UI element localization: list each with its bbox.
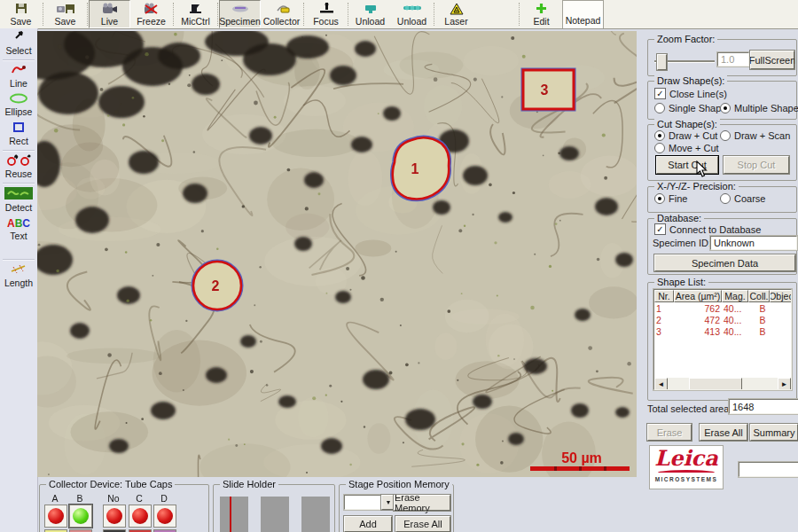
checkbox-checked-icon: ✓ — [654, 223, 666, 235]
col-coll[interactable]: Coll. — [748, 290, 770, 302]
toolbar-separator — [434, 3, 434, 26]
toolbar-separator — [43, 3, 43, 26]
specimen-id-label: Specimen ID: — [653, 238, 711, 248]
cut-shape-2[interactable]: 2 — [193, 262, 241, 309]
zoom-value-field[interactable]: 1.0 — [717, 52, 749, 66]
close-lines-checkbox[interactable]: ✓ Close Line(s) — [654, 88, 727, 99]
cap-b-button[interactable] — [69, 505, 92, 528]
specimen-data-button[interactable]: Specimen Data — [654, 254, 795, 271]
slide-1[interactable] — [220, 497, 248, 532]
specimen-button[interactable]: Specimen — [219, 0, 261, 28]
freehand-line-icon — [11, 64, 27, 77]
line-tool[interactable]: Line — [0, 62, 37, 91]
select-tool[interactable]: Select — [0, 28, 37, 59]
cut-shape-1[interactable]: 1 — [393, 137, 450, 199]
checkbox-checked-icon: ✓ — [654, 88, 666, 99]
multiple-shapes-radio[interactable]: Multiple Shapes — [720, 103, 798, 113]
erase-button[interactable]: Erase — [647, 424, 692, 441]
unload-specimen-button[interactable]: Unload — [349, 0, 391, 28]
save-button[interactable]: Save — [0, 0, 42, 28]
add-button[interactable]: Add — [344, 516, 392, 532]
detect-icon — [4, 187, 33, 201]
rect-tool[interactable]: Rect — [0, 120, 37, 149]
collector-button[interactable]: Collector — [261, 0, 302, 28]
erase-memory-button[interactable]: Erase Memory — [394, 495, 450, 511]
specimen-id-field[interactable]: Unknown — [710, 236, 797, 250]
draw-cut-radio[interactable]: Draw + Cut — [654, 130, 717, 141]
length-tool[interactable]: Length — [0, 262, 37, 291]
radio-selected-icon — [654, 193, 665, 204]
live-button[interactable]: Live — [89, 0, 130, 28]
unload-collector-button[interactable]: Unload — [391, 0, 433, 28]
stop-cut-button[interactable]: Stop Cut — [724, 156, 789, 174]
red-cap-icon — [157, 508, 173, 524]
scroll-left-arrow-icon[interactable]: ◄ — [654, 378, 668, 390]
status-field — [739, 462, 798, 477]
memory-dropdown[interactable]: ▼ — [344, 495, 395, 510]
cap-d-button[interactable] — [153, 505, 176, 528]
leica-subtitle: MICROSYSTEMS — [650, 476, 723, 482]
cap-a-button[interactable] — [44, 505, 67, 528]
slide-2[interactable] — [261, 497, 289, 532]
collector-title: Collector Device: Tube Caps — [46, 479, 175, 489]
shape-row-3[interactable]: 3 413 40... B 0 — [654, 325, 791, 337]
laser-button[interactable]: Laser — [435, 0, 477, 28]
microscope-view[interactable]: 1 2 3 50 µm — [37, 31, 637, 477]
toolbar-separator — [303, 3, 304, 26]
mouse-cursor — [694, 160, 708, 178]
col-objects[interactable]: Objects — [770, 290, 792, 302]
single-shape-radio[interactable]: Single Shape — [654, 103, 726, 113]
fine-radio[interactable]: Fine — [654, 193, 687, 204]
floppy-icon — [15, 2, 27, 15]
edit-button[interactable]: Edit — [520, 0, 562, 28]
shape-list-hscrollbar[interactable]: ◄ ► — [654, 378, 791, 389]
slot-label-c: C — [126, 493, 153, 504]
reuse-tool[interactable]: Reuse — [0, 153, 37, 182]
shape-list-table[interactable]: Nr. Area (µm²) Mag. Coll. Objects 1 762 … — [653, 289, 792, 390]
save-as-button[interactable]: Save — [44, 0, 86, 28]
sidebar-separator — [3, 150, 35, 152]
toolbar-separator — [519, 3, 520, 26]
scroll-thumb[interactable] — [689, 378, 742, 390]
unload-monitor-icon — [364, 2, 377, 15]
fullscreen-button[interactable]: FullScreen — [750, 51, 794, 69]
move-cut-radio[interactable]: Move + Cut — [654, 143, 719, 153]
sidebar-separator — [3, 59, 35, 61]
slide-3[interactable] — [301, 497, 330, 532]
text-tool[interactable]: ABC Text — [0, 215, 37, 244]
erase-all-button[interactable]: Erase All — [700, 424, 747, 441]
col-area[interactable]: Area (µm²) — [674, 290, 722, 302]
tools-sidebar: Select Line Ellipse Rect Reuse — [0, 28, 38, 532]
radio-selected-icon — [720, 103, 731, 113]
detect-tool[interactable]: Detect — [0, 185, 37, 215]
main-toolbar: Save Save Live Freeze MicCtrl — [0, 0, 798, 29]
col-mag[interactable]: Mag. — [722, 290, 748, 302]
notepad-button[interactable]: Notepad — [562, 0, 604, 28]
connect-database-checkbox[interactable]: ✓ Connect to Database — [654, 223, 761, 235]
abc-text-icon: ABC — [7, 217, 30, 230]
radio-icon — [720, 130, 731, 141]
coarse-radio[interactable]: Coarse — [720, 193, 765, 204]
scale-bar-label: 50 µm — [561, 450, 602, 466]
draw-scan-radio[interactable]: Draw + Scan — [720, 130, 790, 141]
micctrl-button[interactable]: MicCtrl — [175, 0, 216, 28]
collector-cap-icon — [274, 2, 290, 15]
zoom-slider-thumb[interactable] — [657, 54, 667, 70]
focus-button[interactable]: Focus — [305, 0, 347, 28]
summary-button[interactable]: Summary — [750, 424, 798, 441]
radio-icon — [654, 103, 665, 113]
cap-nocap-button[interactable] — [103, 505, 126, 528]
draw-shapes-title: Draw Shape(s): — [654, 75, 727, 86]
cut-shape-3[interactable]: 3 — [523, 70, 574, 109]
laser-warning-icon — [450, 2, 464, 15]
shape-row-2[interactable]: 2 472 40... B 0 — [654, 314, 791, 325]
add-icon — [536, 2, 547, 15]
start-cut-button[interactable]: Start Cut — [656, 156, 718, 174]
ellipse-tool[interactable]: Ellipse — [0, 91, 37, 120]
col-nr[interactable]: Nr. — [654, 290, 674, 302]
shape-row-1[interactable]: 1 762 40... B 0 — [654, 302, 791, 314]
scroll-right-arrow-icon[interactable]: ► — [778, 378, 791, 390]
erase-all-memory-button[interactable]: Erase All — [395, 516, 450, 532]
cap-c-button[interactable] — [129, 505, 152, 528]
freeze-button[interactable]: Freeze — [130, 0, 172, 28]
